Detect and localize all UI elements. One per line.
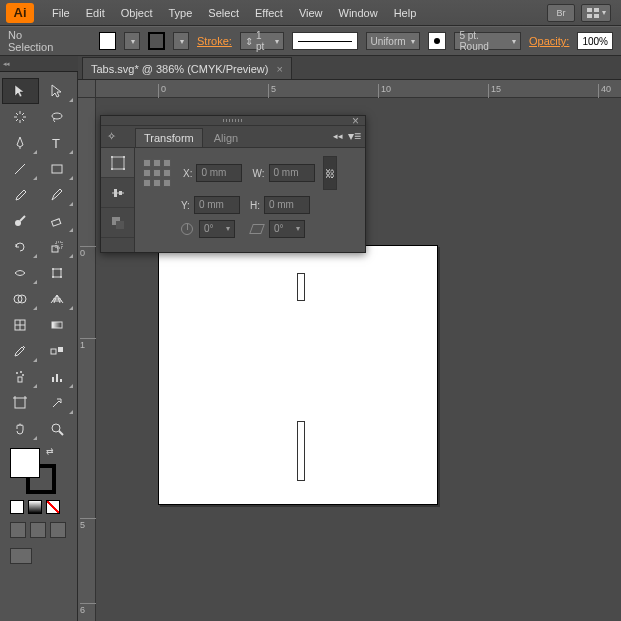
rectangle-tool[interactable] [39,156,76,182]
ruler-tick: 6 [80,603,96,615]
menu-window[interactable]: Window [331,0,386,26]
art-shape-2[interactable] [297,421,305,481]
art-shape-1[interactable] [297,273,305,301]
screen-mode[interactable] [10,548,32,564]
swap-fill-stroke-icon[interactable]: ⇄ [46,446,54,456]
y-field[interactable]: 0 mm [194,196,240,214]
lasso-tool[interactable] [39,104,76,130]
rotate-tool[interactable] [2,234,39,260]
none-mode[interactable] [46,500,60,514]
menu-select[interactable]: Select [200,0,247,26]
align-icon[interactable] [101,178,134,208]
fill-dropdown[interactable]: ▾ [124,32,140,50]
type-tool[interactable]: T [39,130,76,156]
tab-transform[interactable]: Transform [135,128,203,147]
pen-tool[interactable] [2,130,39,156]
fill-stroke-swatches[interactable]: ⇄ [0,444,77,498]
menu-object[interactable]: Object [113,0,161,26]
ruler-tick: 0 [80,246,96,258]
transform-panel[interactable]: ✧ Transform Align ◂◂ ▾≡ X: 0 mm W: 0 mm … [100,115,366,253]
stroke-weight-stepper[interactable]: ⇕ 1 pt▾ [240,32,284,50]
zoom-tool[interactable] [39,416,76,442]
ruler-tick: 5 [80,518,96,530]
ruler-tick: 15 [488,84,501,98]
opacity-label[interactable]: Opacity: [529,35,569,47]
pathfinder-icon[interactable] [101,208,134,238]
blob-brush-tool[interactable] [2,208,39,234]
svg-rect-24 [58,347,63,352]
direct-selection-tool[interactable] [39,78,76,104]
panel-gripper[interactable] [101,116,365,126]
bridge-button[interactable]: Br [547,4,575,22]
opacity-field[interactable]: 100% [577,32,613,50]
free-transform-tool[interactable] [39,260,76,286]
constrain-proportions-icon[interactable]: ⛓ [323,156,337,190]
stroke-profile-sample[interactable] [292,32,357,50]
menu-file[interactable]: File [44,0,78,26]
svg-point-28 [22,374,24,376]
svg-rect-10 [52,246,58,252]
x-field[interactable]: 0 mm [196,164,242,182]
mesh-tool[interactable] [2,312,39,338]
svg-rect-46 [119,191,122,195]
draw-behind[interactable] [30,522,46,538]
svg-rect-43 [123,168,125,170]
width-tool[interactable] [2,260,39,286]
slice-tool[interactable] [39,390,76,416]
w-field[interactable]: 0 mm [269,164,315,182]
ruler-tick: 1 [80,338,96,350]
panel-menu-icon[interactable]: ▾≡ [348,129,361,143]
arrange-documents-button[interactable] [581,4,611,22]
paintbrush-tool[interactable] [2,182,39,208]
draw-inside[interactable] [50,522,66,538]
gradient-mode[interactable] [28,500,42,514]
tab-align[interactable]: Align [205,128,247,147]
menu-edit[interactable]: Edit [78,0,113,26]
toolbox-collapse[interactable] [0,56,78,72]
menu-help[interactable]: Help [386,0,425,26]
reference-point[interactable] [143,159,171,187]
rotate-field[interactable]: 0°▾ [199,220,235,238]
menu-effect[interactable]: Effect [247,0,291,26]
shape-builder-tool[interactable] [2,286,39,312]
toolbox-fill[interactable] [10,448,40,478]
artboard-tool[interactable] [2,390,39,416]
horizontal-ruler[interactable]: 0 5 10 15 40 [96,80,621,98]
stroke-dropdown[interactable]: ▾ [173,32,189,50]
color-mode[interactable] [10,500,24,514]
brush-sample[interactable] [428,32,447,50]
symbol-sprayer-tool[interactable] [2,364,39,390]
stroke-label[interactable]: Stroke: [197,35,232,47]
eraser-tool[interactable] [39,208,76,234]
eyedropper-tool[interactable] [2,338,39,364]
artboard[interactable] [158,245,438,505]
menu-view[interactable]: View [291,0,331,26]
column-graph-tool[interactable] [39,364,76,390]
vertical-ruler[interactable]: 0 1 5 6 [78,98,96,621]
h-field[interactable]: 0 mm [264,196,310,214]
gradient-tool[interactable] [39,312,76,338]
document-tab[interactable]: Tabs.svg* @ 386% (CMYK/Preview) × [82,57,292,79]
pencil-tool[interactable] [39,182,76,208]
transform-icon[interactable] [101,148,134,178]
ruler-tick: 0 [158,84,166,98]
selection-tool[interactable] [2,78,39,104]
ruler-origin[interactable] [78,80,96,98]
fill-swatch[interactable] [99,32,116,50]
stroke-profile-dropdown[interactable]: Uniform▾ [366,32,420,50]
blend-tool[interactable] [39,338,76,364]
collapse-icon[interactable]: ◂◂ [333,131,343,141]
stroke-swatch[interactable] [148,32,165,50]
line-tool[interactable] [2,156,39,182]
shear-field[interactable]: 0°▾ [269,220,305,238]
svg-rect-11 [56,242,62,248]
close-icon[interactable]: × [276,63,282,75]
brush-dropdown[interactable]: 5 pt. Round▾ [454,32,521,50]
svg-point-15 [52,276,54,278]
magic-wand-tool[interactable] [2,104,39,130]
draw-normal[interactable] [10,522,26,538]
hand-tool[interactable] [2,416,39,442]
scale-tool[interactable] [39,234,76,260]
perspective-grid-tool[interactable] [39,286,76,312]
menu-type[interactable]: Type [161,0,201,26]
